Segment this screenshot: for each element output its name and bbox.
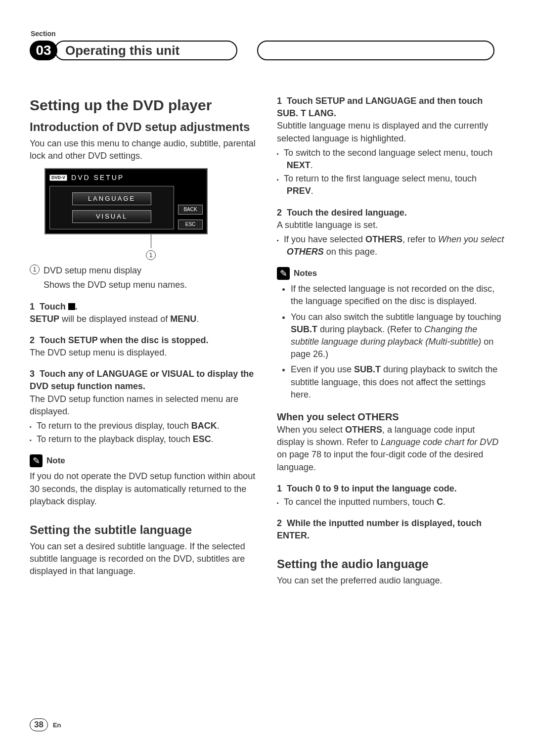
notes-icon: ✎ (277, 267, 290, 280)
setup-bold: SETUP (30, 314, 59, 324)
def-num-1: 1 (30, 265, 40, 274)
r1-bullet-next: To switch to the second language select … (277, 147, 504, 172)
step-1-pre: Touch (40, 302, 68, 311)
r2-num: 2 (277, 208, 282, 218)
notes-item-1: If the selected language is not recorded… (291, 283, 504, 308)
step3-bullet-back: To return to the previous display, touch… (30, 420, 257, 432)
notes-item-3: Even if you use SUB.T during playback to… (291, 363, 504, 401)
screen-title: DVD SETUP (71, 173, 124, 183)
step-2: 2Touch SETUP when the disc is stopped. (30, 334, 257, 347)
others-step-1: 1Touch 0 to 9 to input the language code… (277, 483, 504, 495)
step1-end: . (196, 314, 199, 324)
others-step-2: 2While the inputted number is displayed,… (277, 517, 504, 542)
o1-bullet-cancel: To cancel the inputted numbers, touch C. (277, 496, 504, 508)
step-2-num: 2 (30, 335, 35, 345)
o1-num: 1 (277, 484, 282, 493)
heading-intro-adjustments: Introduction of DVD setup adjustments (30, 119, 257, 135)
notes-item-2: You can also switch the subtitle languag… (291, 311, 504, 361)
r-step-1: 1Touch SETUP and LANGUAGE and then touch… (277, 95, 504, 120)
section-title: Operating this unit (65, 43, 179, 58)
step-1-num: 1 (30, 302, 35, 311)
note-icon: ✎ (30, 454, 43, 467)
dvd-setup-screen: DVD-V DVD SETUP LANGUAGE VISUAL BACK ESC (44, 168, 208, 234)
r1-body: Subtitle language menu is displayed and … (277, 120, 504, 144)
step-1-post: . (75, 302, 78, 311)
others-body: When you select OTHERS, a language code … (277, 424, 504, 474)
language-label: En (53, 721, 61, 729)
o1-title: Touch 0 to 9 to input the language code. (287, 484, 457, 493)
note-header: ✎ Note (30, 454, 257, 467)
left-column: Setting up the DVD player Introduction o… (30, 95, 257, 589)
notes-label: Notes (294, 267, 317, 279)
step-2-title: Touch SETUP when the disc is stopped. (40, 335, 208, 345)
page-footer: 38 En (30, 718, 61, 731)
r1-num: 1 (277, 96, 282, 106)
note-label: Note (46, 455, 65, 467)
screen-btn-language[interactable]: LANGUAGE (72, 192, 151, 205)
step-1: 1Touch . (30, 301, 257, 313)
r1-title: Touch SETUP and LANGUAGE and then touch … (277, 96, 483, 118)
r1-bullet-prev: To return to the first language select m… (277, 173, 504, 197)
step-3-title: Touch any of LANGUAGE or VISUAL to displ… (30, 369, 254, 391)
dvd-setup-figure: DVD-V DVD SETUP LANGUAGE VISUAL BACK ESC… (44, 168, 257, 261)
o2-title: While the inputted number is displayed, … (277, 518, 482, 540)
section-title-pill: Operating this unit (54, 41, 237, 60)
heading-subtitle-lang: Setting the subtitle language (30, 522, 257, 538)
def-text-1-sub: Shows the DVD setup menu names. (44, 279, 257, 291)
audio-lang-body: You can set the preferred audio language… (277, 575, 504, 587)
r-step-2: 2Touch the desired language. (277, 207, 504, 219)
screen-btn-visual[interactable]: VISUAL (72, 210, 151, 223)
notes-header: ✎ Notes (277, 267, 504, 280)
heading-setup-dvd: Setting up the DVD player (30, 95, 257, 116)
intro-paragraph: You can use this menu to change audio, s… (30, 137, 257, 162)
r2-bullet-others: If you have selected OTHERS, refer to Wh… (277, 233, 504, 258)
dvd-logo-icon: DVD-V (49, 175, 67, 181)
note-body: If you do not operate the DVD setup func… (30, 470, 257, 508)
o2-num: 2 (277, 518, 282, 528)
r2-title: Touch the desired language. (287, 208, 407, 218)
heading-audio-lang: Setting the audio language (277, 556, 504, 573)
right-column: 1Touch SETUP and LANGUAGE and then touch… (277, 95, 504, 589)
stop-icon (68, 303, 75, 310)
heading-when-others: When you select OTHERS (277, 410, 504, 424)
step-3-body: The DVD setup function names in selected… (30, 393, 257, 418)
def-text-1: DVD setup menu display (44, 265, 141, 277)
section-label: Section (31, 30, 504, 38)
header-bar: 03 Operating this unit (30, 41, 504, 60)
step-3: 3Touch any of LANGUAGE or VISUAL to disp… (30, 368, 257, 393)
menu-bold: MENU (170, 314, 196, 324)
empty-pill (257, 41, 494, 60)
step3-bullet-esc: To return to the playback display, touch… (30, 433, 257, 445)
step-1-body: SETUP will be displayed instead of MENU. (30, 313, 257, 325)
screen-btn-esc[interactable]: ESC (178, 220, 203, 229)
screen-btn-back[interactable]: BACK (178, 205, 203, 215)
r2-body: A subtitle language is set. (277, 219, 504, 231)
section-number: 03 (30, 41, 57, 60)
callout-number-1: 1 (146, 250, 156, 260)
subtitle-lang-body: You can set a desired subtitle language.… (30, 540, 257, 578)
step1-mid: will be displayed instead of (59, 314, 170, 324)
step-3-num: 3 (30, 369, 35, 379)
page-number: 38 (30, 718, 48, 731)
step-2-body: The DVD setup menu is displayed. (30, 347, 257, 359)
